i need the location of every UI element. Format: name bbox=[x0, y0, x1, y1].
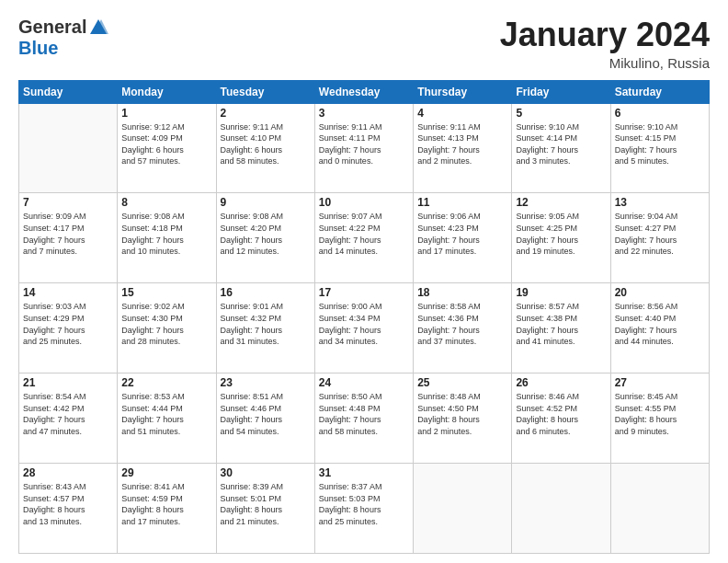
day-info: Sunrise: 9:11 AM Sunset: 4:10 PM Dayligh… bbox=[221, 121, 311, 167]
week-row-0: 1Sunrise: 9:12 AM Sunset: 4:09 PM Daylig… bbox=[19, 103, 710, 193]
calendar-cell: 17Sunrise: 9:00 AM Sunset: 4:34 PM Dayli… bbox=[314, 283, 413, 373]
calendar-cell: 12Sunrise: 9:05 AM Sunset: 4:25 PM Dayli… bbox=[512, 193, 610, 283]
header-friday: Friday bbox=[512, 80, 610, 103]
week-row-2: 14Sunrise: 9:03 AM Sunset: 4:29 PM Dayli… bbox=[19, 283, 710, 373]
week-row-1: 7Sunrise: 9:09 AM Sunset: 4:17 PM Daylig… bbox=[19, 193, 710, 283]
calendar-cell: 24Sunrise: 8:50 AM Sunset: 4:48 PM Dayli… bbox=[314, 373, 413, 464]
month-title: January 2024 bbox=[500, 17, 710, 53]
page: General Blue January 2024 Mikulino, Russ… bbox=[0, 0, 728, 563]
calendar-cell: 8Sunrise: 9:08 AM Sunset: 4:18 PM Daylig… bbox=[118, 193, 216, 283]
day-info: Sunrise: 8:45 AM Sunset: 4:55 PM Dayligh… bbox=[615, 391, 705, 437]
day-info: Sunrise: 9:04 AM Sunset: 4:27 PM Dayligh… bbox=[615, 211, 705, 257]
day-number: 12 bbox=[516, 196, 606, 209]
calendar-cell: 19Sunrise: 8:57 AM Sunset: 4:38 PM Dayli… bbox=[512, 283, 610, 373]
header-monday: Monday bbox=[118, 80, 216, 103]
header-saturday: Saturday bbox=[610, 80, 709, 103]
day-number: 28 bbox=[23, 466, 113, 479]
day-info: Sunrise: 8:54 AM Sunset: 4:42 PM Dayligh… bbox=[23, 391, 113, 437]
calendar-cell: 14Sunrise: 9:03 AM Sunset: 4:29 PM Dayli… bbox=[19, 283, 118, 373]
week-row-3: 21Sunrise: 8:54 AM Sunset: 4:42 PM Dayli… bbox=[19, 373, 710, 464]
day-number: 17 bbox=[319, 286, 409, 299]
day-info: Sunrise: 9:10 AM Sunset: 4:14 PM Dayligh… bbox=[516, 121, 606, 167]
calendar-cell: 5Sunrise: 9:10 AM Sunset: 4:14 PM Daylig… bbox=[512, 103, 610, 193]
day-info: Sunrise: 8:51 AM Sunset: 4:46 PM Dayligh… bbox=[221, 391, 311, 437]
day-info: Sunrise: 8:43 AM Sunset: 4:57 PM Dayligh… bbox=[23, 481, 113, 527]
calendar-cell: 31Sunrise: 8:37 AM Sunset: 5:03 PM Dayli… bbox=[314, 464, 413, 554]
calendar-cell: 7Sunrise: 9:09 AM Sunset: 4:17 PM Daylig… bbox=[19, 193, 118, 283]
day-number: 2 bbox=[221, 107, 311, 120]
day-number: 26 bbox=[516, 376, 606, 389]
day-number: 4 bbox=[417, 107, 507, 120]
calendar-cell: 1Sunrise: 9:12 AM Sunset: 4:09 PM Daylig… bbox=[118, 103, 216, 193]
day-info: Sunrise: 9:05 AM Sunset: 4:25 PM Dayligh… bbox=[516, 211, 606, 257]
calendar-cell bbox=[610, 464, 709, 554]
calendar-cell: 16Sunrise: 9:01 AM Sunset: 4:32 PM Dayli… bbox=[216, 283, 314, 373]
day-info: Sunrise: 8:39 AM Sunset: 5:01 PM Dayligh… bbox=[221, 481, 311, 527]
day-number: 6 bbox=[615, 107, 705, 120]
day-info: Sunrise: 8:41 AM Sunset: 4:59 PM Dayligh… bbox=[121, 481, 211, 527]
calendar-table: Sunday Monday Tuesday Wednesday Thursday… bbox=[18, 80, 710, 554]
day-number: 22 bbox=[121, 376, 211, 389]
day-number: 8 bbox=[121, 196, 211, 209]
calendar-cell: 25Sunrise: 8:48 AM Sunset: 4:50 PM Dayli… bbox=[414, 373, 512, 464]
calendar-cell: 23Sunrise: 8:51 AM Sunset: 4:46 PM Dayli… bbox=[216, 373, 314, 464]
logo: General Blue bbox=[18, 17, 108, 59]
header-thursday: Thursday bbox=[414, 80, 512, 103]
day-info: Sunrise: 9:07 AM Sunset: 4:22 PM Dayligh… bbox=[319, 211, 409, 257]
calendar-cell bbox=[414, 464, 512, 554]
calendar-cell: 28Sunrise: 8:43 AM Sunset: 4:57 PM Dayli… bbox=[19, 464, 118, 554]
calendar-cell: 21Sunrise: 8:54 AM Sunset: 4:42 PM Dayli… bbox=[19, 373, 118, 464]
calendar-cell bbox=[19, 103, 118, 193]
calendar-cell: 29Sunrise: 8:41 AM Sunset: 4:59 PM Dayli… bbox=[118, 464, 216, 554]
day-number: 19 bbox=[516, 286, 606, 299]
day-info: Sunrise: 8:53 AM Sunset: 4:44 PM Dayligh… bbox=[121, 391, 211, 437]
header-sunday: Sunday bbox=[19, 80, 118, 103]
logo-general-text: General bbox=[18, 17, 86, 38]
day-info: Sunrise: 8:46 AM Sunset: 4:52 PM Dayligh… bbox=[516, 391, 606, 437]
title-area: January 2024 Mikulino, Russia bbox=[500, 17, 710, 71]
day-number: 10 bbox=[319, 196, 409, 209]
calendar-header-row: Sunday Monday Tuesday Wednesday Thursday… bbox=[19, 80, 710, 103]
day-info: Sunrise: 8:57 AM Sunset: 4:38 PM Dayligh… bbox=[516, 301, 606, 347]
day-number: 3 bbox=[319, 107, 409, 120]
calendar-cell: 26Sunrise: 8:46 AM Sunset: 4:52 PM Dayli… bbox=[512, 373, 610, 464]
day-info: Sunrise: 9:01 AM Sunset: 4:32 PM Dayligh… bbox=[221, 301, 311, 347]
calendar-cell: 6Sunrise: 9:10 AM Sunset: 4:15 PM Daylig… bbox=[610, 103, 709, 193]
logo-blue-text: Blue bbox=[18, 38, 58, 59]
header-tuesday: Tuesday bbox=[216, 80, 314, 103]
day-number: 23 bbox=[221, 376, 311, 389]
day-info: Sunrise: 8:50 AM Sunset: 4:48 PM Dayligh… bbox=[319, 391, 409, 437]
calendar-cell: 3Sunrise: 9:11 AM Sunset: 4:11 PM Daylig… bbox=[314, 103, 413, 193]
calendar-cell bbox=[512, 464, 610, 554]
calendar-cell: 15Sunrise: 9:02 AM Sunset: 4:30 PM Dayli… bbox=[118, 283, 216, 373]
day-info: Sunrise: 9:09 AM Sunset: 4:17 PM Dayligh… bbox=[23, 211, 113, 257]
day-number: 18 bbox=[417, 286, 507, 299]
day-number: 21 bbox=[23, 376, 113, 389]
day-number: 1 bbox=[121, 107, 211, 120]
day-number: 5 bbox=[516, 107, 606, 120]
day-number: 14 bbox=[23, 286, 113, 299]
day-number: 7 bbox=[23, 196, 113, 209]
day-info: Sunrise: 9:03 AM Sunset: 4:29 PM Dayligh… bbox=[23, 301, 113, 347]
day-info: Sunrise: 8:58 AM Sunset: 4:36 PM Dayligh… bbox=[417, 301, 507, 347]
day-number: 25 bbox=[417, 376, 507, 389]
day-number: 24 bbox=[319, 376, 409, 389]
day-info: Sunrise: 8:48 AM Sunset: 4:50 PM Dayligh… bbox=[417, 391, 507, 437]
calendar-cell: 18Sunrise: 8:58 AM Sunset: 4:36 PM Dayli… bbox=[414, 283, 512, 373]
day-number: 9 bbox=[221, 196, 311, 209]
week-row-4: 28Sunrise: 8:43 AM Sunset: 4:57 PM Dayli… bbox=[19, 464, 710, 554]
calendar-cell: 10Sunrise: 9:07 AM Sunset: 4:22 PM Dayli… bbox=[314, 193, 413, 283]
day-number: 13 bbox=[615, 196, 705, 209]
day-number: 29 bbox=[121, 466, 211, 479]
calendar-cell: 9Sunrise: 9:08 AM Sunset: 4:20 PM Daylig… bbox=[216, 193, 314, 283]
calendar-cell: 11Sunrise: 9:06 AM Sunset: 4:23 PM Dayli… bbox=[414, 193, 512, 283]
day-info: Sunrise: 9:02 AM Sunset: 4:30 PM Dayligh… bbox=[121, 301, 211, 347]
logo-icon bbox=[88, 17, 108, 38]
day-number: 16 bbox=[221, 286, 311, 299]
day-info: Sunrise: 9:12 AM Sunset: 4:09 PM Dayligh… bbox=[121, 121, 211, 167]
location: Mikulino, Russia bbox=[500, 55, 710, 71]
calendar-cell: 20Sunrise: 8:56 AM Sunset: 4:40 PM Dayli… bbox=[610, 283, 709, 373]
day-number: 11 bbox=[417, 196, 507, 209]
header-wednesday: Wednesday bbox=[314, 80, 413, 103]
day-number: 15 bbox=[121, 286, 211, 299]
